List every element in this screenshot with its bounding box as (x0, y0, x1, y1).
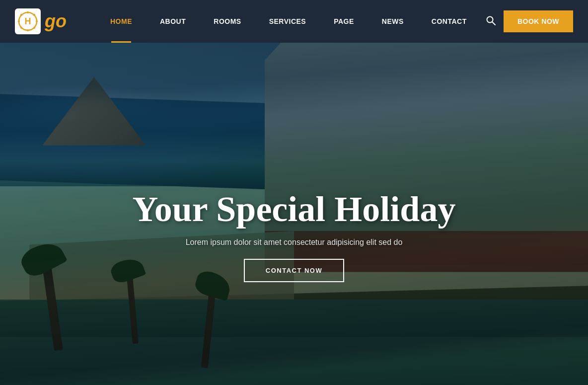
nav-item-about[interactable]: ABOUT (146, 0, 200, 43)
hero-content: Your Special Holiday Lorem ipsum dolor s… (0, 190, 588, 282)
hero-section: Your Special Holiday Lorem ipsum dolor s… (0, 43, 588, 385)
nav-links: HOME ABOUT ROOMS SERVICES PAGE NEWS CONT… (96, 0, 486, 43)
svg-point-3 (27, 11, 29, 13)
svg-line-12 (492, 22, 495, 25)
svg-text:H: H (25, 16, 31, 26)
svg-point-10 (20, 27, 22, 29)
svg-point-9 (33, 14, 35, 16)
navbar: H go HOME ABOUT ROOMS SERVICES PAGE NEWS… (0, 0, 588, 43)
nav-item-page[interactable]: PAGE (320, 0, 368, 43)
hotel-logo-icon: H (15, 8, 41, 34)
nav-item-rooms[interactable]: ROOMS (200, 0, 255, 43)
nav-item-services[interactable]: SERVICES (255, 0, 320, 43)
nav-right: BOOK NOW (486, 10, 573, 32)
nav-item-home[interactable]: HOME (96, 0, 146, 43)
logo-text: go (45, 11, 67, 32)
nav-item-contact[interactable]: CONTACT (418, 0, 481, 43)
contact-now-button[interactable]: CONTACT NOW (244, 259, 344, 282)
svg-point-5 (18, 20, 20, 22)
logo-area[interactable]: H go (15, 8, 67, 34)
svg-point-7 (20, 14, 22, 16)
svg-point-8 (33, 27, 35, 29)
book-now-button[interactable]: BOOK NOW (504, 10, 573, 32)
nav-item-news[interactable]: NEWS (368, 0, 418, 43)
search-icon[interactable] (486, 15, 496, 28)
svg-point-4 (27, 29, 29, 31)
hero-title: Your Special Holiday (133, 190, 456, 229)
svg-point-6 (36, 20, 38, 22)
hero-subtitle: Lorem ipsum dolor sit amet consectetur a… (186, 238, 403, 247)
